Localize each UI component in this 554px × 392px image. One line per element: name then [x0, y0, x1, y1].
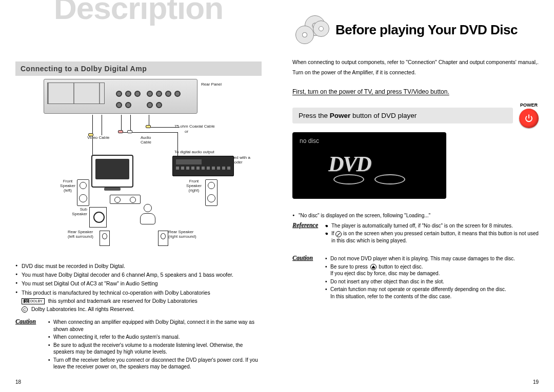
rear-speaker-left-icon — [100, 231, 110, 246]
eject-icon — [370, 264, 377, 270]
caution-item: Be sure to adjust the receiver's volume … — [48, 342, 262, 356]
center-speaker-icon — [110, 195, 141, 204]
note-list: "No disc" is displayed on the screen, fo… — [292, 212, 539, 219]
listener-icon — [135, 204, 160, 229]
press-power-box: Press the Power button of DVD player — [292, 108, 513, 123]
right-header: Before playing Your DVD Disc — [292, 15, 539, 44]
no-disc-text: no disc — [300, 137, 439, 145]
rear-panel-illustration — [44, 79, 197, 114]
note-item: "No disc" is displayed on the screen, fo… — [292, 212, 539, 219]
caution-item: Do not move DVD player when it is playin… — [325, 255, 539, 262]
note-item: You must set Digital Out of AC3 at "Raw"… — [15, 280, 262, 287]
copyright-line: C Dolby Laboratories Inc. All rights Res… — [15, 306, 262, 313]
label-front-speaker-left: Front Speaker (left) — [57, 179, 78, 193]
disc-stack-icon — [292, 15, 330, 44]
caution-label: Caution — [15, 318, 44, 325]
page-number-right: 19 — [533, 379, 539, 385]
dolby-line: ▯▯DOLBY this symbol and trademark are re… — [15, 298, 262, 304]
power-button-icon — [519, 109, 539, 128]
caution-block-right: Caution Do not move DVD player when it i… — [292, 254, 539, 301]
label-sub-speaker: Sub Speaker — [67, 207, 87, 216]
step-1: First, turn on the power of TV, and pres… — [292, 88, 539, 95]
label-rear-speaker-left: Rear Speaker (left surround) — [68, 230, 98, 239]
dvd-logo-underline — [333, 174, 405, 183]
watermark-title: Description — [54, 0, 223, 26]
label-audio-cable: Audio Cable — [141, 135, 151, 145]
label-rear-speaker-right: Rear Speaker (right surround) — [168, 230, 199, 239]
caution-item: Be sure to press button to eject disc. I… — [325, 263, 539, 277]
caution-block: Caution When connecting an amplifier equ… — [15, 318, 262, 372]
caution-item: Do not insert any other object than disc… — [325, 278, 539, 285]
caution-item: When connecting an amplifier equipped wi… — [48, 319, 262, 333]
label-digital-out: To digital audio output — [174, 150, 214, 154]
copyright-icon: C — [22, 306, 28, 313]
intro-line-1: When connecting to output componets, ref… — [292, 58, 539, 66]
note-item: You must have Dolby Digital decoder and … — [15, 271, 262, 278]
receiver-illustration — [172, 156, 234, 176]
page-number-left: 18 — [15, 379, 21, 385]
label-or: or — [185, 129, 188, 134]
reference-item: ● The player is automatically turned off… — [325, 222, 539, 230]
reference-item: ● If is on the screen when you pressed c… — [325, 230, 539, 244]
note-item: This product is manufactured by technica… — [15, 289, 262, 296]
intro-line-2: Turn on the power of the Amplifier, if i… — [292, 69, 539, 76]
prohibit-icon — [335, 231, 342, 237]
right-page: Before playing Your DVD Disc When connec… — [277, 0, 554, 392]
caution-item: When connecting it, refer to the Audio s… — [48, 334, 262, 341]
label-front-speaker-right: Front Speaker (right) — [184, 179, 204, 193]
notes-list: DVD disc must be recorded in Dolby Digta… — [15, 262, 262, 296]
reference-label: Reference — [292, 221, 321, 229]
press-power-row: Press the Power button of DVD player POW… — [292, 102, 539, 128]
dvd-logo-icon: DVD — [328, 152, 371, 176]
page-title: Before playing Your DVD Disc — [335, 22, 518, 38]
reference-block: Reference ● The player is automatically … — [292, 221, 539, 245]
caution-label-right: Caution — [292, 254, 321, 262]
rear-speaker-right-icon — [158, 231, 168, 246]
power-button-group: POWER — [519, 102, 539, 128]
label-rear-panel: Rear Panel — [201, 82, 222, 87]
tv-illustration — [91, 155, 133, 188]
front-speaker-right-icon — [205, 179, 217, 206]
section-heading: Connecting to a Dolby Digital Amp — [15, 61, 262, 76]
caution-item: Certain function may not operate or oper… — [325, 286, 539, 300]
power-label: POWER — [519, 102, 539, 108]
front-speaker-left-icon — [77, 179, 89, 206]
dolby-badge-icon: ▯▯DOLBY — [22, 298, 45, 304]
caution-item: Turn off the receiver before you connect… — [48, 357, 262, 370]
tv-screen-mock: no disc DVD — [292, 132, 446, 199]
left-page: Description Connecting to a Dolby Digita… — [0, 0, 277, 392]
sub-speaker-icon — [89, 207, 107, 228]
note-item: DVD disc must be recorded in Dolby Digta… — [15, 262, 262, 270]
label-coax: 75 ohm Coaxial Cable — [174, 124, 215, 129]
connection-diagram: Rear Panel 75 ohm Coaxial Cable or Audio… — [15, 79, 262, 258]
